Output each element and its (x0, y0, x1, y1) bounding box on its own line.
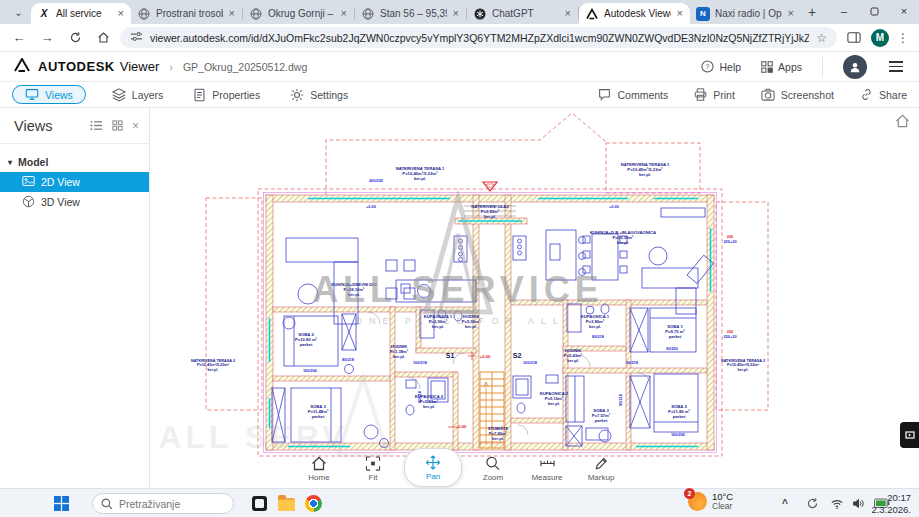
url-bar[interactable]: viewer.autodesk.com/id/dXJuOmFkc2sub2JqZ… (120, 27, 837, 48)
tab-properties[interactable]: Properties (193, 88, 260, 102)
comments-button[interactable]: Comments (598, 88, 668, 101)
tool-pan[interactable]: Pan (404, 448, 462, 487)
sync-icon[interactable] (806, 489, 819, 517)
plan-label: 90/200 (666, 346, 678, 351)
tool-home[interactable]: Home (296, 456, 342, 487)
header-divider (822, 57, 823, 77)
weather-icon: 2 (688, 492, 707, 511)
floorplan-drawing[interactable]: NATKRIVENA TERASA 1P=10,45m²/5,22m²ker.p… (158, 110, 770, 462)
side-tray-button[interactable] (900, 422, 919, 448)
tool-measure[interactable]: Measure (524, 456, 570, 487)
tab-close-icon[interactable]: × (676, 8, 684, 19)
tool-zoom[interactable]: Zoom (470, 456, 516, 487)
browser-tab[interactable]: Okrug Gornji – troso... × (243, 3, 354, 24)
list-view-icon[interactable] (90, 118, 103, 134)
profile-avatar[interactable]: M (871, 29, 889, 47)
menu-icon[interactable] (887, 59, 905, 74)
help-button[interactable]: ? Help (701, 60, 741, 73)
close-button[interactable]: × (889, 0, 919, 22)
plan-label: SOBA 2P=11,80 m²parket (668, 404, 690, 419)
views-panel: Views × ▾ Model 2D View 3D View (0, 108, 150, 488)
search-input[interactable] (119, 494, 227, 513)
file-explorer-button[interactable] (278, 489, 295, 517)
apps-button[interactable]: Apps (761, 61, 802, 73)
grid-view-icon[interactable] (112, 118, 123, 134)
user-avatar[interactable] (843, 55, 867, 79)
browser-tab-all-service[interactable]: X All service × (31, 3, 131, 24)
browser-tab-chatgpt[interactable]: ChatGPT × (467, 3, 578, 24)
tab-close-icon[interactable]: × (452, 8, 460, 19)
plan-label: SOBA 1P=9,75 m²parket (665, 324, 685, 339)
tab-close-icon[interactable]: × (340, 8, 348, 19)
tool-markup[interactable]: Markup (578, 456, 624, 487)
tree-item-2d-view[interactable]: 2D View (0, 172, 149, 192)
home-button[interactable] (92, 27, 114, 49)
tree-node-model[interactable]: ▾ Model (0, 152, 149, 172)
back-button[interactable]: ← (8, 27, 30, 49)
browser-menu-icon[interactable]: ⋮ (895, 31, 911, 45)
taskbar-search[interactable] (92, 493, 234, 514)
caret-down-icon[interactable]: ▾ (8, 158, 12, 167)
panel-divider (0, 143, 149, 144)
chatgpt-icon (473, 7, 487, 21)
breadcrumb-chevron: › (169, 61, 173, 73)
site-settings-icon[interactable] (130, 30, 143, 45)
tab-settings[interactable]: Settings (290, 88, 348, 102)
viewer-toolbar: Views Layers Properties Settings Comment… (0, 82, 919, 108)
globe-icon (361, 7, 375, 21)
chrome-button[interactable] (305, 489, 322, 517)
print-button[interactable]: Print (694, 88, 735, 101)
plan-label: NATKRIVENA TERASA 1P=10,45m²/5,22m²ker.p… (621, 162, 670, 177)
browser-tab[interactable]: Prostrani trosoban s... × (131, 3, 242, 24)
tab-close-icon[interactable]: × (228, 8, 236, 19)
plan-label: 160/200 (303, 368, 317, 373)
tray-chevron-icon[interactable]: ^ (782, 489, 788, 517)
bookmark-star-icon[interactable]: ☆ (816, 31, 827, 45)
browser-tab-naxi[interactable]: N Naxi radio | Opusti s... × (690, 3, 801, 24)
new-tab-button[interactable]: + (801, 1, 823, 23)
naxi-icon: N (696, 7, 710, 21)
plan-label: S1 (446, 352, 455, 359)
task-view-button[interactable] (252, 489, 267, 517)
clock-time: 20:17 (871, 492, 911, 504)
wifi-icon[interactable] (830, 489, 844, 517)
tab-views[interactable]: Views (12, 85, 86, 104)
share-button[interactable]: Share (860, 88, 907, 101)
side-panel-icon[interactable] (843, 27, 865, 49)
3d-view-icon (22, 195, 35, 210)
plan-label: 90/218 (618, 393, 623, 406)
start-button[interactable] (54, 489, 69, 517)
window-controls: – × (829, 0, 919, 22)
tool-fit[interactable]: Fit (350, 456, 396, 487)
plan-label: +0,00 (609, 204, 619, 209)
tab-close-icon[interactable]: × (564, 8, 572, 19)
plan-label: +0,00 (456, 424, 467, 429)
viewer-content: Views × ▾ Model 2D View 3D View (0, 108, 919, 488)
plan-label: NATKRIVENA TERASA 2P=10,45m²/5,22m²ker.p… (191, 359, 235, 372)
plan-label: NATKRIVENA TERASA 2P=10,45m²/5,22m²ker.p… (721, 359, 765, 372)
close-panel-icon[interactable]: × (132, 119, 139, 133)
tab-close-icon[interactable]: × (117, 8, 125, 19)
plan-label: 90/218 (417, 390, 422, 403)
minimize-button[interactable]: – (829, 0, 859, 22)
browser-tab[interactable]: Stan 56 – 95,39 m², o... × (355, 3, 466, 24)
browser-tab-autodesk-viewer[interactable]: Autodesk Viewer | Fr... × (579, 3, 690, 24)
weather-widget[interactable]: 2 10°C Clear (688, 491, 733, 512)
windows-taskbar: 2 10°C Clear ^ 20:17 2.3.2026. (0, 488, 919, 517)
view-home-icon[interactable] (895, 114, 910, 132)
maximize-button[interactable] (859, 0, 889, 22)
screenshot-button[interactable]: Screenshot (761, 88, 834, 101)
taskbar-clock[interactable]: 20:17 2.3.2026. (871, 492, 911, 516)
plan-label: HODNIKP=1,38m²ker.pl. (390, 344, 409, 359)
url-text[interactable]: viewer.autodesk.com/id/dXJuOmFkc2sub2JqZ… (150, 32, 809, 44)
reload-button[interactable] (64, 27, 86, 49)
drawing-canvas[interactable]: NATKRIVENA TERASA 1P=10,45m²/5,22m²ker.p… (150, 108, 919, 488)
tab-close-icon[interactable]: × (787, 8, 795, 19)
plan-label: SOBA 3P=7,57m²parket (592, 408, 611, 423)
tab-layers[interactable]: Layers (112, 88, 164, 102)
tree-item-3d-view[interactable]: 3D View (0, 192, 149, 212)
speaker-icon[interactable] (852, 489, 865, 517)
tab-search-icon[interactable]: ⌄ (10, 4, 27, 21)
forward-button[interactable]: → (36, 27, 58, 49)
watermark-subtitle: ONE PLACE FOR ALL (355, 316, 565, 326)
